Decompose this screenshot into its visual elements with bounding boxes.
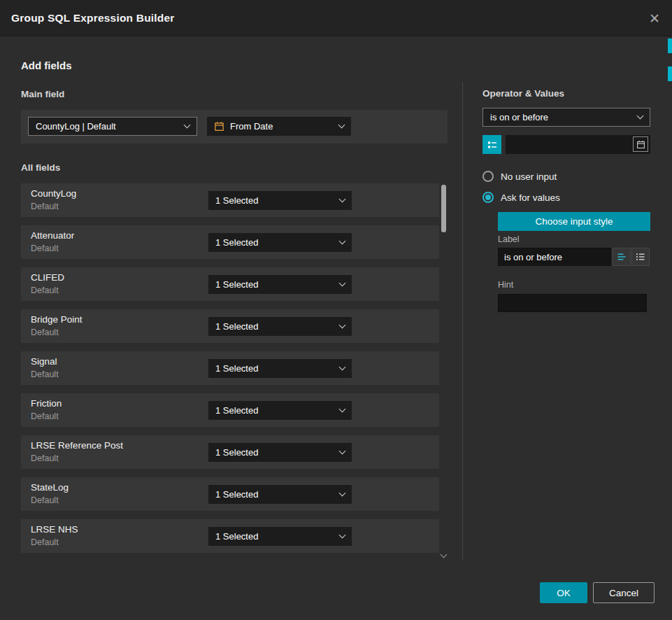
layer-dropdown[interactable]: CountyLog | Default [28, 117, 197, 136]
label-caption: Label [498, 234, 520, 244]
chevron-down-icon [339, 448, 346, 455]
chevron-down-icon [339, 490, 346, 497]
field-selection-dropdown[interactable]: 1 Selected [208, 317, 352, 336]
field-row-clifed: CLIFED Default 1 Selected [21, 267, 439, 301]
operator-values-label: Operator & Values [482, 88, 564, 99]
date-field-dropdown[interactable]: From Date [207, 117, 351, 136]
radio-no-user-input[interactable]: No user input [482, 171, 557, 182]
main-field-label: Main field [21, 89, 64, 99]
chevron-down-icon [339, 406, 346, 413]
underlying-ui-accent [668, 38, 672, 53]
radio-label: Ask for values [501, 192, 560, 203]
field-row-countylog: CountyLog Default 1 Selected [21, 183, 439, 217]
radio-label: No user input [501, 171, 557, 182]
choose-input-style-button[interactable]: Choose input style [498, 212, 650, 231]
chevron-down-icon [339, 364, 346, 371]
field-selection-dropdown[interactable]: 1 Selected [208, 275, 352, 294]
list-icon [636, 252, 645, 262]
calendar-icon [214, 121, 224, 132]
input-style-single-line-button[interactable] [613, 248, 631, 266]
chevron-down-icon [184, 122, 191, 129]
field-row-lrse-reference-post: LRSE Reference Post Default 1 Selected [21, 435, 439, 469]
hint-caption: Hint [498, 280, 513, 290]
chevron-down-icon [338, 122, 345, 129]
radio-icon [482, 171, 494, 182]
chevron-down-icon [339, 196, 346, 203]
field-selection-dropdown[interactable]: 1 Selected [208, 527, 352, 546]
main-field-row: CountyLog | Default From Date [21, 110, 448, 143]
field-row-friction: Friction Default 1 Selected [21, 393, 439, 427]
all-fields-list: CountyLog Default 1 Selected Attenuator … [21, 183, 439, 561]
operator-dropdown[interactable]: is on or before [482, 108, 650, 127]
chevron-down-icon [637, 113, 644, 120]
scrollbar-down-arrow-icon[interactable] [441, 551, 448, 558]
value-input[interactable] [506, 135, 650, 154]
underlying-ui-accent [668, 66, 672, 81]
field-row-bridge-point: Bridge Point Default 1 Selected [21, 309, 439, 343]
column-divider [462, 83, 463, 560]
add-fields-heading: Add fields [21, 59, 72, 71]
chevron-down-icon [339, 532, 346, 539]
align-left-icon [617, 252, 627, 262]
ok-button[interactable]: OK [540, 582, 587, 603]
field-selection-dropdown[interactable]: 1 Selected [208, 359, 352, 378]
field-selection-dropdown[interactable]: 1 Selected [208, 191, 352, 210]
hint-input[interactable] [498, 294, 647, 312]
operator-dropdown-value: is on or before [490, 112, 632, 122]
calendar-icon [636, 140, 645, 149]
field-row-statelog: StateLog Default 1 Selected [21, 477, 439, 511]
all-fields-label: All fields [21, 162, 60, 173]
set-values-button[interactable] [482, 135, 501, 154]
all-fields-scrollbar[interactable] [441, 183, 447, 558]
field-row-lrse-nhs: LRSE NHS Default 1 Selected [21, 519, 439, 553]
dialog-title: Group SQL Expression Builder [11, 0, 175, 36]
field-selection-dropdown[interactable]: 1 Selected [208, 443, 352, 462]
field-row-attenuator: Attenuator Default 1 Selected [21, 225, 439, 259]
chevron-down-icon [339, 280, 346, 287]
date-field-dropdown-value: From Date [230, 121, 334, 132]
input-style-list-button[interactable] [631, 248, 650, 266]
radio-selected-icon [482, 192, 494, 203]
field-row-signal: Signal Default 1 Selected [21, 351, 439, 385]
scrollbar-thumb[interactable] [441, 185, 446, 232]
values-list-icon [487, 139, 498, 150]
radio-ask-for-values[interactable]: Ask for values [482, 192, 560, 203]
label-input[interactable] [498, 248, 611, 266]
field-selection-dropdown[interactable]: 1 Selected [208, 401, 352, 420]
field-selection-dropdown[interactable]: 1 Selected [208, 233, 352, 252]
value-input-wrap [506, 135, 650, 154]
close-icon[interactable]: ✕ [645, 9, 664, 27]
chevron-down-icon [339, 238, 346, 245]
layer-dropdown-value: CountyLog | Default [36, 121, 179, 132]
field-selection-dropdown[interactable]: 1 Selected [208, 485, 352, 504]
chevron-down-icon [339, 322, 346, 329]
cancel-button[interactable]: Cancel [593, 582, 655, 603]
date-picker-button[interactable] [633, 136, 648, 152]
